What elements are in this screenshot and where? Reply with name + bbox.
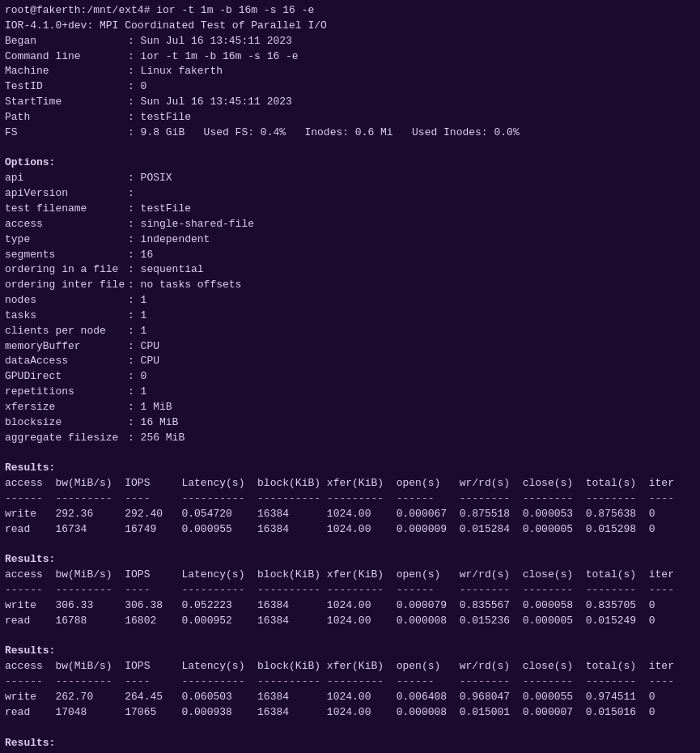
prompt-text: root@fakerth:/mnt/ext4# — [5, 4, 150, 16]
blank1 — [5, 141, 695, 156]
opt-tasks: tasks : 1 — [5, 308, 695, 324]
read-row-2: read 16788 16802 0.000952 16384 1024.00 … — [5, 614, 695, 629]
field-value-starttime: : Sun Jul 16 13:45:11 2023 — [128, 96, 292, 108]
options-title: Options: — [5, 155, 695, 171]
blank5 — [5, 721, 695, 736]
field-label-path: Path — [5, 110, 128, 126]
field-value-began: : Sun Jul 16 13:45:11 2023 — [128, 35, 292, 47]
opt-memorybuffer: memoryBuffer : CPU — [5, 339, 695, 355]
field-label-starttime: StartTime — [5, 95, 128, 110]
prompt-line: root@fakerth:/mnt/ext4# ior -t 1m -b 16m… — [5, 3, 695, 19]
results-section-1: Results: access bw(MiB/s) IOPS Latency(s… — [5, 461, 695, 537]
col-sep-3: ------ --------- ---- ---------- -------… — [5, 674, 695, 690]
opt-repetitions: repetitions : 1 — [5, 385, 695, 400]
col-headers-3: access bw(MiB/s) IOPS Latency(s) block(K… — [5, 659, 695, 674]
opt-aggfilesize: aggregate filesize : 256 MiB — [5, 431, 695, 446]
field-value-cmdline: : ior -t 1m -b 16m -s 16 -e — [128, 50, 299, 62]
opt-nodes: nodes : 1 — [5, 293, 695, 308]
blank3 — [5, 538, 695, 553]
results-title-4: Results: — [5, 736, 695, 751]
field-fs: FS : 9.8 GiB Used FS: 0.4% Inodes: 0.6 M… — [5, 126, 695, 141]
field-path: Path : testFile — [5, 110, 695, 126]
col-headers-1: access bw(MiB/s) IOPS Latency(s) block(K… — [5, 476, 695, 491]
field-value-path: : testFile — [128, 111, 191, 123]
blank2 — [5, 445, 695, 461]
field-testid: TestID : 0 — [5, 79, 695, 95]
field-starttime: StartTime : Sun Jul 16 13:45:11 2023 — [5, 95, 695, 110]
fields-section: Began : Sun Jul 16 13:45:11 2023 Command… — [5, 34, 695, 141]
col-sep-2: ------ --------- ---- ---------- -------… — [5, 583, 695, 598]
results-title-2: Results: — [5, 552, 695, 568]
field-label-fs: FS — [5, 126, 128, 141]
opt-segments: segments : 16 — [5, 248, 695, 263]
field-machine: Machine : Linux fakerth — [5, 64, 695, 79]
write-row-2: write 306.33 306.38 0.052223 16384 1024.… — [5, 598, 695, 614]
write-row-3: write 262.70 264.45 0.060503 16384 1024.… — [5, 690, 695, 705]
field-label-began: Began — [5, 34, 128, 49]
field-value-machine: : Linux fakerth — [128, 65, 223, 77]
field-label-cmdline: Command line — [5, 49, 128, 65]
read-row-3: read 17048 17065 0.000938 16384 1024.00 … — [5, 705, 695, 721]
terminal: root@fakerth:/mnt/ext4# ior -t 1m -b 16m… — [5, 3, 695, 753]
field-value-fs: : 9.8 GiB Used FS: 0.4% Inodes: 0.6 Mi U… — [128, 126, 520, 138]
results-section-2: Results: access bw(MiB/s) IOPS Latency(s… — [5, 552, 695, 628]
results-section-4: Results: access bw(MiB/s) IOPS Latency(s… — [5, 736, 695, 754]
field-label-machine: Machine — [5, 64, 128, 79]
results-title-1: Results: — [5, 461, 695, 476]
opt-access: access : single-shared-file — [5, 217, 695, 232]
opt-ordering-file: ordering in a file : sequential — [5, 262, 695, 278]
write-row-1: write 292.36 292.40 0.054720 16384 1024.… — [5, 507, 695, 522]
opt-testfilename: test filename : testFile — [5, 202, 695, 217]
opt-gpudirect: GPUDirect : 0 — [5, 369, 695, 385]
opt-blocksize: blocksize : 16 MiB — [5, 415, 695, 431]
ior-title: IOR-4.1.0+dev: MPI Coordinated Test of P… — [5, 19, 695, 34]
opt-ordering-inter: ordering inter file : no tasks offsets — [5, 278, 695, 293]
opt-dataaccess: dataAccess : CPU — [5, 354, 695, 369]
field-label-testid: TestID — [5, 79, 128, 95]
opt-type: type : independent — [5, 232, 695, 248]
read-row-1: read 16734 16749 0.000955 16384 1024.00 … — [5, 522, 695, 538]
opt-apiversion: apiVersion : — [5, 186, 695, 202]
opt-xfersize: xfersize : 1 MiB — [5, 400, 695, 415]
field-value-testid: : 0 — [128, 80, 146, 92]
col-sep-1: ------ --------- ---- ---------- -------… — [5, 491, 695, 507]
blank4 — [5, 629, 695, 645]
field-cmdline: Command line : ior -t 1m -b 16m -s 16 -e — [5, 49, 695, 65]
opt-clients: clients per node : 1 — [5, 324, 695, 339]
options-section: api : POSIX apiVersion : test filename :… — [5, 171, 695, 445]
results-section-3: Results: access bw(MiB/s) IOPS Latency(s… — [5, 644, 695, 720]
results-title-3: Results: — [5, 644, 695, 659]
col-headers-2: access bw(MiB/s) IOPS Latency(s) block(K… — [5, 568, 695, 583]
field-began: Began : Sun Jul 16 13:45:11 2023 — [5, 34, 695, 49]
opt-api: api : POSIX — [5, 171, 695, 186]
command-text: ior -t 1m -b 16m -s 16 -e — [150, 4, 314, 16]
